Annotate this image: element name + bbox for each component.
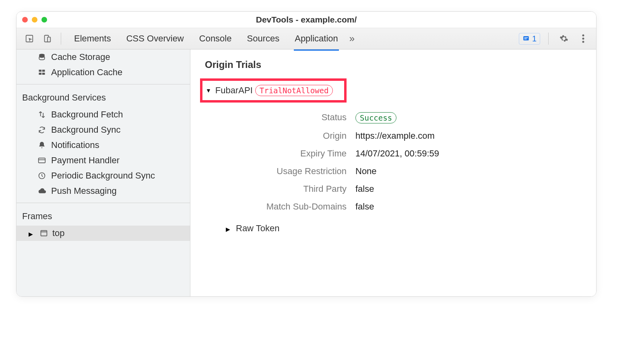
minimize-window-button[interactable]	[32, 17, 37, 23]
separator	[61, 33, 61, 45]
tabs-overflow-button[interactable]: »	[349, 33, 355, 44]
svg-rect-17	[41, 230, 47, 236]
svg-rect-13	[42, 73, 45, 75]
window-controls	[22, 17, 47, 23]
sidebar-item-frame-top[interactable]: top	[17, 226, 190, 241]
kebab-icon	[582, 34, 584, 43]
database-icon	[37, 53, 46, 62]
sidebar-item-application-cache[interactable]: Application Cache	[17, 65, 190, 80]
toolbar: Elements CSS Overview Console Sources Ap…	[17, 28, 596, 49]
settings-button[interactable]	[557, 31, 571, 46]
cloud-icon	[37, 187, 46, 195]
grid-icon	[37, 68, 46, 77]
raw-token-row[interactable]: Raw Token	[226, 223, 584, 234]
detail-key: Expiry Time	[218, 148, 347, 159]
raw-token-label: Raw Token	[236, 223, 279, 234]
detail-value: 14/07/2021, 00:59:59	[355, 148, 584, 159]
sidebar-item-background-fetch[interactable]: Background Fetch	[17, 107, 190, 122]
tab-application[interactable]: Application	[294, 29, 339, 48]
panel-heading: Origin Trials	[205, 59, 584, 70]
sidebar-item-label: Cache Storage	[51, 52, 110, 62]
sidebar-item-label: Notifications	[51, 140, 99, 150]
sidebar-item-background-sync[interactable]: Background Sync	[17, 122, 190, 138]
tab-sources[interactable]: Sources	[246, 29, 280, 48]
svg-rect-11	[42, 70, 45, 72]
sidebar-section-background-services: Background Services Background Fetch Bac…	[17, 88, 190, 199]
maximize-window-button[interactable]	[41, 17, 47, 23]
sidebar-item-label: Payment Handler	[51, 155, 120, 166]
divider	[17, 84, 190, 84]
svg-point-6	[582, 35, 584, 37]
svg-rect-5	[524, 39, 526, 39]
sidebar-item-periodic-background-sync[interactable]: Periodic Background Sync	[17, 168, 190, 183]
inspect-element-button[interactable]	[22, 31, 37, 46]
sidebar-item-label: top	[52, 228, 65, 238]
frame-icon	[39, 229, 48, 238]
more-button[interactable]	[576, 31, 590, 46]
detail-key: Third Party	[218, 184, 347, 194]
main-panel: Origin Trials ▼ FubarAPI TrialNotAllowed…	[190, 49, 596, 296]
detail-key: Origin	[218, 131, 347, 141]
status-success-badge: Success	[355, 112, 396, 123]
trial-status-badge: TrialNotAllowed	[255, 85, 333, 96]
sidebar: Cache Storage Application Cache Backgrou…	[17, 49, 190, 296]
detail-value: None	[355, 166, 584, 177]
sidebar-item-label: Push Messaging	[51, 186, 117, 196]
credit-card-icon	[37, 156, 46, 165]
detail-key-status: Status	[218, 112, 347, 123]
svg-rect-14	[39, 158, 45, 163]
detail-value: https://example.com	[355, 131, 584, 141]
sidebar-section-frames: Frames top	[17, 207, 190, 241]
content: Cache Storage Application Cache Backgrou…	[17, 49, 596, 296]
device-toggle-button[interactable]	[40, 31, 54, 46]
detail-value-status: Success	[355, 112, 584, 123]
detail-value: false	[355, 184, 584, 194]
sync-icon	[37, 125, 46, 134]
trial-name: FubarAPI	[215, 85, 253, 96]
tab-console[interactable]: Console	[198, 29, 233, 48]
tab-elements[interactable]: Elements	[73, 29, 112, 48]
devtools-window: DevTools - example.com/ Elements CSS Ove…	[16, 11, 597, 297]
disclosure-triangle-down-icon[interactable]: ▼	[206, 87, 211, 94]
sidebar-item-payment-handler[interactable]: Payment Handler	[17, 153, 190, 168]
divider	[17, 203, 190, 203]
bell-icon	[37, 141, 46, 150]
tab-css-overview[interactable]: CSS Overview	[126, 29, 185, 48]
sidebar-section-title: Background Services	[17, 88, 190, 107]
detail-key: Usage Restriction	[218, 166, 347, 177]
sidebar-item-label: Application Cache	[51, 67, 122, 78]
panel-tabs: Elements CSS Overview Console Sources Ap…	[73, 29, 339, 48]
titlebar: DevTools - example.com/	[17, 12, 596, 28]
issues-count: 1	[532, 34, 537, 43]
svg-point-7	[582, 38, 584, 40]
disclosure-triangle-right-icon[interactable]	[226, 223, 233, 234]
expand-triangle-icon[interactable]	[29, 228, 35, 238]
sidebar-item-push-messaging[interactable]: Push Messaging	[17, 183, 190, 199]
trial-details: Status Success Origin https://example.co…	[218, 112, 584, 212]
svg-rect-2	[47, 37, 50, 42]
svg-rect-3	[523, 36, 529, 41]
sidebar-section-cache: Cache Storage Application Cache	[17, 49, 190, 80]
close-window-button[interactable]	[22, 17, 28, 23]
svg-point-8	[582, 41, 584, 43]
svg-rect-12	[39, 73, 42, 75]
window-title: DevTools - example.com/	[17, 15, 596, 25]
gear-icon	[559, 34, 568, 43]
issues-icon	[522, 35, 530, 42]
origin-trial-row[interactable]: ▼ FubarAPI TrialNotAllowed	[200, 78, 347, 103]
issues-chip[interactable]: 1	[519, 33, 540, 45]
sidebar-item-notifications[interactable]: Notifications	[17, 138, 190, 153]
updown-arrows-icon	[37, 110, 46, 119]
svg-rect-10	[39, 70, 42, 72]
sidebar-item-cache-storage[interactable]: Cache Storage	[17, 49, 190, 65]
sidebar-section-title: Frames	[17, 207, 190, 226]
separator	[548, 33, 549, 45]
sidebar-item-label: Background Sync	[51, 125, 120, 135]
clock-icon	[37, 171, 46, 180]
detail-value: false	[355, 201, 584, 212]
detail-key: Match Sub-Domains	[218, 201, 347, 212]
svg-rect-4	[524, 37, 528, 38]
sidebar-item-label: Background Fetch	[51, 109, 123, 120]
sidebar-item-label: Periodic Background Sync	[51, 170, 155, 181]
toolbar-right: 1	[519, 31, 590, 46]
